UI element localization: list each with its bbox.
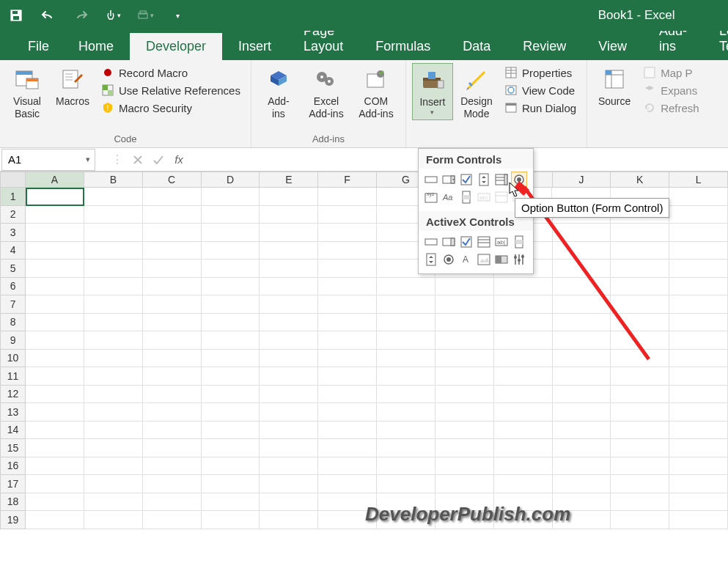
cell[interactable] — [377, 386, 435, 404]
cell[interactable] — [435, 457, 494, 476]
row-header[interactable]: 7 — [0, 295, 26, 314]
cell[interactable] — [84, 260, 143, 278]
activex-command-button-icon[interactable] — [423, 234, 439, 250]
cell[interactable] — [435, 295, 494, 314]
cell[interactable] — [84, 278, 143, 296]
cell[interactable] — [260, 206, 318, 224]
cell[interactable] — [318, 314, 377, 332]
cell[interactable] — [260, 439, 318, 457]
cell[interactable] — [26, 224, 84, 242]
cell[interactable] — [143, 350, 202, 368]
row-header[interactable]: 14 — [0, 422, 26, 440]
cell[interactable] — [553, 422, 611, 440]
cell[interactable] — [260, 511, 318, 529]
cell[interactable] — [143, 295, 202, 314]
activex-spinbutton-icon[interactable] — [423, 251, 439, 268]
cell[interactable] — [318, 439, 377, 457]
cell[interactable] — [260, 457, 318, 476]
cell[interactable] — [143, 439, 202, 457]
touch-mode-button[interactable]: ▾ — [104, 7, 122, 24]
row-header[interactable]: 16 — [0, 457, 26, 476]
cell[interactable] — [260, 260, 318, 278]
save-button[interactable] — [7, 7, 25, 24]
cell[interactable] — [260, 224, 318, 242]
cell[interactable] — [669, 367, 728, 386]
enter-formula-button[interactable] — [148, 150, 169, 170]
column-header[interactable]: F — [318, 172, 377, 188]
cell[interactable] — [669, 224, 728, 242]
cell[interactable] — [435, 422, 494, 440]
cell[interactable] — [202, 511, 260, 529]
cell[interactable] — [553, 331, 611, 350]
cell[interactable] — [202, 493, 260, 512]
cell[interactable] — [553, 367, 611, 386]
cell[interactable] — [669, 260, 728, 278]
column-header[interactable]: A — [26, 172, 84, 188]
cell[interactable] — [202, 295, 260, 314]
cell[interactable] — [377, 475, 435, 493]
row-header[interactable]: 19 — [0, 511, 26, 529]
activex-combobox-icon[interactable] — [441, 234, 457, 250]
cell[interactable] — [84, 422, 143, 440]
cell[interactable] — [611, 457, 669, 476]
cell[interactable] — [494, 475, 553, 493]
cell[interactable] — [318, 331, 377, 350]
row-header[interactable]: 5 — [0, 260, 26, 278]
customize-qat-button[interactable]: ▾ — [169, 7, 186, 24]
cell[interactable] — [318, 386, 377, 404]
cell[interactable] — [260, 386, 318, 404]
cell[interactable] — [260, 314, 318, 332]
select-all-corner[interactable] — [0, 172, 26, 188]
cell[interactable] — [669, 386, 728, 404]
cell[interactable] — [202, 278, 260, 296]
cell[interactable] — [143, 242, 202, 260]
cell[interactable] — [143, 403, 202, 422]
cell[interactable] — [494, 295, 553, 314]
cell[interactable] — [143, 188, 202, 206]
cell[interactable] — [435, 386, 494, 404]
row-header[interactable]: 6 — [0, 278, 26, 296]
form-label-icon[interactable]: Aa — [441, 189, 457, 205]
cell[interactable] — [669, 188, 728, 206]
cell[interactable] — [260, 242, 318, 260]
column-header[interactable]: D — [202, 172, 260, 188]
cell[interactable] — [318, 350, 377, 368]
cell[interactable] — [202, 367, 260, 386]
cell[interactable] — [84, 242, 143, 260]
cell[interactable] — [669, 314, 728, 332]
cell[interactable] — [202, 314, 260, 332]
insert-controls-button[interactable]: Insert ▾ — [412, 63, 453, 120]
cell[interactable] — [669, 350, 728, 368]
form-spinner-icon[interactable] — [476, 172, 492, 188]
cell[interactable] — [260, 350, 318, 368]
cell[interactable] — [611, 439, 669, 457]
cell[interactable] — [494, 439, 553, 457]
excel-addins-button[interactable]: Excel Add-ins — [303, 63, 350, 123]
column-header[interactable]: J — [553, 172, 611, 188]
cell[interactable] — [377, 367, 435, 386]
source-button[interactable]: Source — [593, 63, 636, 111]
cell[interactable] — [26, 403, 84, 422]
cell[interactable] — [318, 295, 377, 314]
activex-scrollbar-icon[interactable] — [511, 234, 527, 250]
cell[interactable] — [202, 475, 260, 493]
cell[interactable] — [318, 403, 377, 422]
cell[interactable] — [84, 439, 143, 457]
tab-view[interactable]: View — [582, 33, 643, 60]
cell[interactable] — [669, 457, 728, 476]
cell[interactable] — [202, 260, 260, 278]
form-option-button-icon[interactable] — [511, 172, 527, 188]
cell[interactable] — [260, 475, 318, 493]
cell[interactable] — [494, 331, 553, 350]
cell[interactable] — [143, 457, 202, 476]
cell[interactable] — [26, 260, 84, 278]
refresh-data-button[interactable]: Refresh — [643, 101, 699, 114]
column-header[interactable]: E — [260, 172, 318, 188]
cell[interactable] — [669, 206, 728, 224]
cell[interactable] — [669, 493, 728, 512]
cell[interactable] — [84, 314, 143, 332]
cell[interactable] — [318, 422, 377, 440]
map-properties-button[interactable]: Map P — [643, 66, 699, 79]
design-mode-button[interactable]: Design Mode — [456, 63, 497, 123]
cell[interactable] — [84, 206, 143, 224]
